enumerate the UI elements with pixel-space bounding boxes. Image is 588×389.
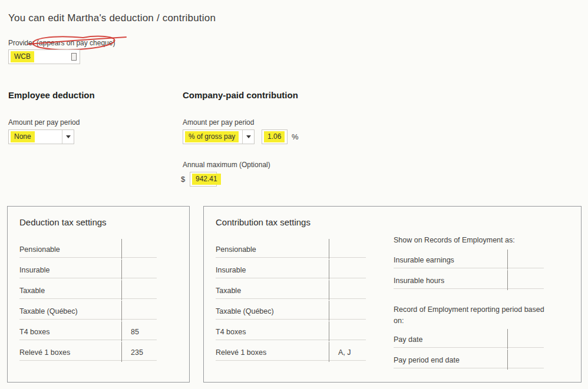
text-cursor-icon bbox=[71, 53, 77, 61]
provider-label-note: (appears on pay cheque) bbox=[37, 39, 115, 47]
company-amount-label: Amount per pay period bbox=[183, 118, 254, 127]
contribution-type-value: % of gross pay bbox=[185, 131, 239, 142]
provider-input[interactable]: WCB bbox=[8, 49, 80, 64]
employee-amount-label: Amount per pay period bbox=[8, 118, 80, 127]
contribution-type-dropdown[interactable]: % of gross pay bbox=[183, 129, 255, 144]
tax-row-taxable-quebec: Taxable (Québec) bbox=[19, 299, 157, 320]
contribution-rate-value: 1.06 bbox=[264, 131, 285, 142]
row-value: A, J bbox=[338, 348, 351, 357]
row-label: T4 boxes bbox=[19, 328, 49, 336]
roe-show-rows: Insurable earnings Insurable hours bbox=[394, 248, 544, 289]
annual-maximum-input[interactable]: 942.41 bbox=[190, 172, 217, 187]
dropdown-caret bbox=[242, 130, 254, 144]
chevron-down-icon bbox=[246, 135, 251, 138]
row-value: 235 bbox=[131, 348, 143, 357]
row-label: Taxable bbox=[216, 287, 241, 295]
roe-row-insurable-hours: Insurable hours bbox=[394, 268, 544, 289]
row-label: Pay date bbox=[394, 335, 422, 344]
column-divider bbox=[329, 239, 329, 259]
tax-row-t4-boxes: T4 boxes bbox=[216, 320, 366, 340]
roe-row-insurable-earnings: Insurable earnings bbox=[394, 248, 544, 268]
roe-row-pay-period-end-date: Pay period end date bbox=[394, 348, 544, 368]
column-divider bbox=[329, 280, 329, 300]
column-divider bbox=[121, 342, 122, 362]
column-divider bbox=[329, 342, 329, 362]
row-label: Taxable (Québec) bbox=[19, 307, 78, 315]
employee-amount-value: None bbox=[11, 131, 35, 142]
row-label: T4 boxes bbox=[216, 328, 246, 336]
row-label: Insurable bbox=[19, 266, 49, 274]
provider-label-text: Provider bbox=[8, 39, 35, 47]
page-title: You can edit Martha's deduction / contri… bbox=[8, 12, 216, 24]
roe-row-pay-date: Pay date bbox=[394, 327, 544, 348]
row-label: Taxable bbox=[19, 287, 45, 295]
tax-row-taxable: Taxable bbox=[216, 278, 366, 299]
chevron-down-icon bbox=[66, 135, 71, 138]
column-divider bbox=[329, 301, 329, 321]
roe-show-heading: Show on Records of Employment as: bbox=[394, 235, 559, 246]
employee-deduction-heading: Employee deduction bbox=[8, 90, 95, 100]
dropdown-caret bbox=[62, 130, 74, 144]
column-divider bbox=[329, 321, 329, 341]
column-divider bbox=[121, 301, 122, 321]
roe-period-heading: Record of Employment reporting period ba… bbox=[394, 304, 553, 327]
contribution-rate-input[interactable]: 1.06 bbox=[262, 129, 288, 144]
provider-label: Provider (appears on pay cheque) bbox=[8, 39, 115, 47]
column-divider bbox=[121, 321, 122, 341]
deduction-tax-settings-panel: Deduction tax settings Pensionable Insur… bbox=[7, 206, 190, 383]
column-divider bbox=[121, 280, 122, 300]
contribution-tax-settings-panel: Contribution tax settings Pensionable In… bbox=[203, 206, 582, 383]
tax-row-taxable-quebec: Taxable (Québec) bbox=[216, 299, 366, 320]
deduction-panel-title: Deduction tax settings bbox=[19, 217, 107, 227]
annual-maximum-value: 942.41 bbox=[192, 174, 221, 185]
tax-row-releve1-boxes: Relevé 1 boxes 235 bbox=[19, 340, 157, 361]
tax-row-releve1-boxes: Relevé 1 boxes A, J bbox=[216, 340, 366, 361]
page: You can edit Martha's deduction / contri… bbox=[0, 0, 588, 389]
contribution-panel-title: Contribution tax settings bbox=[216, 217, 310, 227]
column-divider bbox=[507, 329, 508, 349]
row-label: Insurable bbox=[216, 266, 246, 274]
tax-row-pensionable: Pensionable bbox=[216, 237, 366, 258]
percent-sign: % bbox=[292, 132, 299, 141]
company-contribution-heading: Company-paid contribution bbox=[183, 90, 298, 100]
row-label: Relevé 1 boxes bbox=[216, 348, 266, 357]
column-divider bbox=[507, 250, 508, 270]
column-divider bbox=[507, 350, 508, 370]
tax-row-insurable: Insurable bbox=[19, 258, 157, 278]
tax-row-taxable: Taxable bbox=[19, 278, 157, 299]
row-label: Insurable earnings bbox=[394, 256, 454, 264]
row-label: Pensionable bbox=[19, 245, 60, 254]
employee-amount-dropdown[interactable]: None bbox=[8, 129, 74, 144]
column-divider bbox=[507, 270, 508, 290]
dollar-sign: $ bbox=[181, 175, 185, 184]
row-label: Pay period end date bbox=[394, 356, 460, 364]
row-label: Taxable (Québec) bbox=[216, 307, 274, 315]
contribution-rows: Pensionable Insurable Taxable Taxable (Q… bbox=[216, 237, 366, 361]
row-value: 85 bbox=[131, 328, 139, 336]
tax-row-pensionable: Pensionable bbox=[19, 237, 157, 258]
row-label: Pensionable bbox=[216, 245, 256, 254]
tax-row-insurable: Insurable bbox=[216, 258, 366, 278]
row-label: Relevé 1 boxes bbox=[19, 348, 70, 357]
column-divider bbox=[329, 260, 329, 280]
column-divider bbox=[121, 260, 122, 280]
annual-maximum-label: Annual maximum (Optional) bbox=[183, 161, 270, 169]
deduction-rows: Pensionable Insurable Taxable Taxable (Q… bbox=[19, 237, 157, 361]
column-divider bbox=[121, 239, 122, 259]
row-label: Insurable hours bbox=[394, 277, 444, 285]
roe-period-rows: Pay date Pay period end date bbox=[394, 327, 544, 368]
provider-value: WCB bbox=[11, 51, 34, 62]
tax-row-t4-boxes: T4 boxes 85 bbox=[19, 320, 157, 340]
